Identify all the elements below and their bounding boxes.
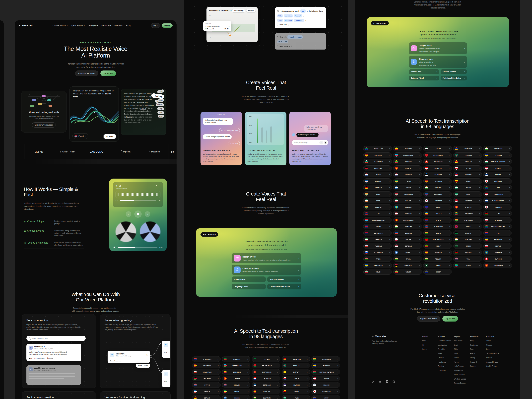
language-pill[interactable]: PEDI ↗	[483, 230, 512, 236]
language-pill[interactable]: DANISH ↗	[311, 376, 340, 381]
language-pill[interactable]: LUXEMBOURGISH ↗	[363, 217, 392, 223]
language-pill[interactable]: OCCITAN ↗	[393, 230, 422, 236]
footer-link[interactable]: Events	[470, 353, 484, 355]
language-pill[interactable]: KAZAKH ↗	[393, 204, 422, 210]
language-pill[interactable]: GREEK ↗	[393, 185, 422, 190]
filter-field[interactable]: Title	[277, 19, 283, 22]
language-pill[interactable]: UMBUNDU ↗	[393, 263, 422, 268]
language-pill[interactable]: IGBO ↗	[453, 191, 482, 197]
language-pill[interactable]: ESTONIAN ↗	[423, 172, 452, 177]
voice-preset-button[interactable]: Fastidious Robo-Butler›	[267, 284, 301, 289]
language-pill[interactable]: FULAH ↗	[393, 178, 422, 184]
language-pill[interactable]: WOLOF ↗	[393, 269, 422, 275]
language-pill[interactable]: BURMESE ↗	[393, 159, 422, 165]
language-pill[interactable]: BOSNIAN ↗	[483, 152, 512, 158]
language-pill[interactable]: HINDI ↗	[363, 191, 392, 197]
language-pill[interactable]: SERBIAN ↗	[393, 243, 422, 249]
language-pill[interactable]: GERMAN ↗	[363, 185, 392, 190]
language-pill[interactable]: CANTONESE ↗	[252, 369, 280, 375]
filter-field[interactable]: Title	[277, 14, 283, 18]
language-pill[interactable]: CHINESE ↗	[222, 376, 251, 381]
explore-voice-demos-button[interactable]: Explore voice demos	[75, 70, 98, 76]
language-pill[interactable]: NORTHERN SOTHO ↗	[483, 224, 512, 229]
language-pill[interactable]: CZECH ↗	[282, 376, 310, 381]
footer-link[interactable]: Japan	[454, 357, 469, 359]
voice-preset-button[interactable]: Spanish Teacher›	[267, 277, 301, 282]
footer-link[interactable]: About	[486, 340, 505, 342]
language-pill[interactable]: KOREAN ↗	[483, 204, 512, 210]
filter-value[interactable]: "address"	[294, 19, 304, 22]
footer-link[interactable]: Terms of Service	[486, 353, 505, 355]
language-pill[interactable]: SLOVENIAN ↗	[363, 250, 392, 255]
mood-tag[interactable]: Exhales	[156, 103, 164, 106]
language-pill[interactable]: GREEK ↗	[222, 395, 251, 399]
nav-developers[interactable]: Developers ▾	[88, 25, 98, 26]
language-pill[interactable]: AMHARIC ↗	[393, 146, 422, 152]
language-pill[interactable]: CZECH ↗	[453, 165, 482, 171]
footer-link[interactable]: Healthcare	[438, 361, 453, 363]
language-pill[interactable]: POLISH ↗	[393, 237, 422, 242]
voice-preset-button[interactable]: Spanish Teacher›	[441, 69, 467, 74]
language-pill[interactable]: AFRIKAANS ↗	[363, 146, 392, 152]
language-pill[interactable]: AFRIKAANS ↗	[192, 356, 221, 362]
acknowledge-button[interactable]: Acknowledge	[232, 9, 245, 13]
language-pill[interactable]: LINGALA ↗	[423, 211, 452, 216]
language-pill[interactable]: CHICHEWA ↗	[363, 165, 392, 171]
language-pill[interactable]: BURMESE ↗	[222, 369, 251, 375]
mark-pii-pill[interactable]: Mark as PII	[277, 40, 288, 43]
language-pill[interactable]: WELSH ↗	[363, 269, 392, 275]
footer-link[interactable]: Cookie Settings	[486, 365, 505, 367]
language-pill[interactable]: CANTONESE ↗	[423, 159, 452, 165]
language-pill[interactable]: FRENCH ↗	[192, 389, 221, 394]
filter-op[interactable]: contains	[284, 19, 293, 22]
mood-tag[interactable]: Hums	[158, 111, 164, 114]
filter-value[interactable]: "users"	[294, 14, 302, 18]
language-pill[interactable]: TELUGU ↗	[423, 256, 452, 262]
language-pill[interactable]: NEPALI ↗	[453, 224, 482, 229]
try-for-free-button[interactable]: Try for free	[101, 70, 116, 76]
footer-link[interactable]: Ink	[422, 344, 436, 346]
lineage-node-right-2[interactable]: ❄ Show 4	[162, 370, 171, 387]
language-pill[interactable]: ARMENIAN ↗	[453, 146, 482, 152]
nav-enterprise[interactable]: Enterprise	[114, 25, 122, 26]
language-pill[interactable]: ARMENIAN ↗	[282, 356, 310, 362]
language-pill[interactable]: SLOVAK ↗	[483, 243, 512, 249]
language-pill[interactable]: DUTCH ↗	[363, 172, 392, 177]
send-button[interactable]: ↑	[319, 141, 323, 145]
language-pill[interactable]: IRISH ↗	[363, 198, 392, 203]
pause-button[interactable]	[134, 210, 142, 218]
commentary-card[interactable]: We're off under the lights here for this…	[121, 89, 166, 135]
language-pill[interactable]: SWAHILI ↗	[453, 250, 482, 255]
language-pill[interactable]: BENGALI ↗	[282, 363, 310, 368]
mic-button[interactable]	[324, 141, 327, 145]
language-pill[interactable]: GEORGIAN ↗	[311, 389, 340, 394]
language-pill[interactable]: ICELANDIC ↗	[423, 191, 452, 197]
warning-icon[interactable]: ⚠	[146, 354, 148, 356]
footer-link[interactable]: Privacy	[486, 357, 505, 359]
footer-link[interactable]: Korea	[454, 361, 469, 363]
language-selector[interactable]: English ▾	[72, 133, 88, 139]
language-pill[interactable]: KHMER ↗	[423, 204, 452, 210]
language-pill[interactable]: GUJARATI ↗	[423, 185, 452, 190]
add-property-button[interactable]: + Add property	[277, 44, 291, 48]
language-pill[interactable]: CROATIAN ↗	[252, 376, 280, 381]
language-pill[interactable]: THAI ↗	[453, 256, 482, 262]
language-pill[interactable]: BOSNIAN ↗	[311, 363, 340, 368]
language-pill[interactable]: UZBEK ↗	[453, 263, 482, 268]
asset-card-customers[interactable]: ▦ customers ✔ Table · Updated May 21, 20…	[26, 344, 81, 361]
design-a-voice-row[interactable]: Design a voice Create a custom voice bas…	[232, 253, 301, 263]
language-pill[interactable]: ASTURIAN ↗	[192, 363, 221, 368]
language-pill[interactable]: CENTRAL KURDISH ↗	[483, 159, 512, 165]
language-pill[interactable]: INDONESIAN ↗	[483, 191, 512, 197]
mood-tag[interactable]: Sings	[157, 89, 164, 94]
language-pill[interactable]: FILIPINO ↗	[453, 172, 482, 177]
signup-button[interactable]: Sign up	[162, 23, 173, 28]
how-step-connect[interactable]: ◎Connect & Input Paste or upload your te…	[24, 218, 84, 227]
language-pill[interactable]: MARATHI ↗	[393, 224, 422, 229]
nav-resources[interactable]: Resources ▾	[101, 25, 111, 26]
github-icon[interactable]	[393, 380, 395, 383]
language-pill[interactable]: LAO ↗	[363, 211, 392, 216]
footer-link[interactable]: Gaming	[438, 365, 453, 367]
footer-link[interactable]: Acceptable Use	[486, 361, 505, 363]
language-pill[interactable]: FULAH ↗	[222, 389, 251, 394]
